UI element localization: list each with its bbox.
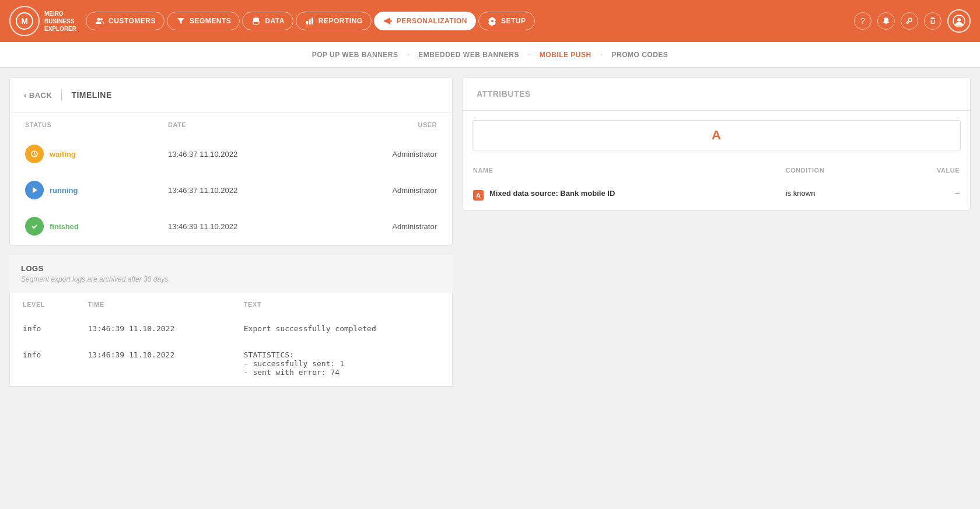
svg-text:M: M: [21, 16, 28, 26]
logo-area[interactable]: M MEIRO BUSINESS EXPLORER: [9, 6, 76, 36]
finished-icon: [25, 217, 44, 236]
waiting-date: 13:46:37 11.10.2022: [154, 136, 324, 171]
attr-condition: is known: [776, 181, 888, 209]
nav-item-data[interactable]: DATA: [242, 12, 293, 30]
timeline-title: TIMELINE: [71, 90, 111, 100]
sub-nav-promo[interactable]: PROMO CODES: [612, 51, 668, 59]
nav-item-customers[interactable]: CUSTOMERS: [86, 12, 164, 30]
attributes-header: ATTRIBUTES: [463, 78, 970, 111]
gear-icon: [487, 16, 498, 26]
waiting-icon: [25, 145, 44, 163]
attributes-card: ATTRIBUTES A NAME CONDITION VALUE: [462, 77, 971, 210]
svg-rect-7: [312, 17, 313, 24]
col-user: USER: [325, 114, 451, 135]
megaphone-icon: [383, 16, 393, 26]
running-user: Administrator: [325, 173, 451, 208]
running-label: running: [50, 186, 78, 195]
waiting-user: Administrator: [325, 136, 451, 171]
attributes-title: ATTRIBUTES: [477, 89, 956, 99]
attr-badge: A: [473, 190, 484, 201]
sub-navigation: POP UP WEB BANNERS • EMBEDDED WEB BANNER…: [0, 42, 980, 68]
wrench-icon[interactable]: [901, 12, 918, 30]
finished-date: 13:46:39 11.10.2022: [154, 209, 324, 244]
sub-nav-dot-1: •: [408, 52, 410, 57]
svg-point-8: [390, 20, 392, 22]
chevron-left-icon: ‹: [24, 91, 27, 100]
attr-col-condition: CONDITION: [776, 161, 888, 180]
nav-item-reporting[interactable]: REPORTING: [296, 12, 372, 30]
nav-right-icons: ?: [854, 9, 971, 33]
timeline-table: STATUS DATE USER: [10, 113, 452, 245]
logs-subtitle: Segment export logs are archived after 3…: [21, 275, 441, 283]
filter-icon: [176, 16, 186, 26]
finished-user: Administrator: [325, 209, 451, 244]
waiting-label: waiting: [50, 150, 76, 159]
running-date: 13:46:37 11.10.2022: [154, 173, 324, 208]
log-row-1: info 13:46:39 11.10.2022 Export successf…: [11, 316, 451, 341]
segment-label-box: A: [472, 120, 961, 150]
col-status: STATUS: [11, 114, 153, 135]
col-time: TIME: [76, 294, 231, 315]
svg-point-2: [97, 18, 100, 21]
log-time-1: 13:46:39 11.10.2022: [76, 316, 231, 341]
attr-col-name: NAME: [464, 161, 775, 180]
attr-name-cell: A Mixed data source: Bank mobile ID: [464, 181, 775, 209]
attr-name-text: Mixed data source: Bank mobile ID: [489, 189, 615, 198]
status-cell-finished: finished: [11, 209, 153, 244]
chart-icon: [304, 16, 315, 26]
sub-nav-dot-2: •: [528, 52, 530, 57]
nav-item-personalization[interactable]: PERSONALIZATION: [374, 12, 476, 30]
sub-nav-embedded[interactable]: EMBEDDED WEB BANNERS: [418, 51, 519, 59]
timeline-row-finished: finished 13:46:39 11.10.2022 Administrat…: [11, 209, 451, 244]
right-panel: ATTRIBUTES A NAME CONDITION VALUE: [462, 77, 971, 387]
log-level-2: info: [11, 342, 75, 385]
svg-rect-6: [309, 19, 310, 24]
logo-icon: M: [9, 6, 40, 36]
back-button[interactable]: ‹ BACK: [24, 91, 52, 100]
log-row-2: info 13:46:39 11.10.2022 STATISTICS: - s…: [11, 342, 451, 385]
trash-icon[interactable]: [924, 12, 942, 30]
svg-marker-12: [33, 187, 37, 193]
nav-item-segments[interactable]: SEGMENTS: [167, 12, 240, 30]
col-date: DATE: [154, 114, 324, 135]
main-content: ‹ BACK TIMELINE STATUS DATE USER: [0, 68, 980, 396]
help-icon[interactable]: ?: [854, 12, 872, 30]
logs-header-area: LOGS Segment export logs are archived af…: [9, 255, 453, 293]
col-level: LEVEL: [11, 294, 75, 315]
sub-nav-popup[interactable]: POP UP WEB BANNERS: [312, 51, 398, 59]
sub-nav-mobile-push[interactable]: MOBILE PUSH: [540, 51, 592, 59]
log-text-2: STATISTICS: - successfully sent: 1 - sen…: [232, 342, 451, 385]
status-cell-waiting: waiting: [11, 136, 153, 171]
nav-item-setup[interactable]: SETUP: [478, 12, 535, 30]
segment-label: A: [712, 128, 721, 142]
sub-nav-dot-3: •: [601, 52, 603, 57]
status-cell-running: running: [11, 173, 153, 208]
attr-col-value: VALUE: [888, 161, 969, 180]
svg-rect-5: [306, 21, 308, 24]
notification-icon[interactable]: [877, 12, 895, 30]
attr-row-1: A Mixed data source: Bank mobile ID is k…: [464, 181, 969, 209]
timeline-row-waiting: waiting 13:46:37 11.10.2022 Administrato…: [11, 136, 451, 171]
col-text: TEXT: [232, 294, 451, 315]
logs-table-wrapper: LEVEL TIME TEXT info 13:46:39 11.10.2022…: [9, 293, 453, 387]
timeline-card: ‹ BACK TIMELINE STATUS DATE USER: [9, 77, 453, 245]
user-avatar[interactable]: [947, 9, 971, 33]
header-divider: [61, 89, 62, 101]
attributes-table: NAME CONDITION VALUE A Mixed data source…: [463, 160, 970, 210]
finished-label: finished: [50, 222, 79, 231]
svg-point-3: [100, 18, 103, 20]
timeline-row-running: running 13:46:37 11.10.2022 Administrato…: [11, 173, 451, 208]
svg-point-10: [957, 18, 961, 22]
top-navigation: M MEIRO BUSINESS EXPLORER CUSTOMERS SEGM…: [0, 0, 980, 42]
database-icon: [251, 16, 261, 26]
log-time-2: 13:46:39 11.10.2022: [76, 342, 231, 385]
logs-title: LOGS: [21, 264, 441, 273]
running-icon: [25, 181, 44, 199]
timeline-header: ‹ BACK TIMELINE: [10, 78, 452, 113]
attr-value: –: [888, 181, 969, 209]
log-text-1: Export successfully completed: [232, 316, 451, 341]
people-icon: [94, 16, 105, 26]
logs-section: LOGS Segment export logs are archived af…: [9, 255, 453, 387]
log-level-1: info: [11, 316, 75, 341]
logo-text: MEIRO BUSINESS EXPLORER: [44, 10, 76, 33]
